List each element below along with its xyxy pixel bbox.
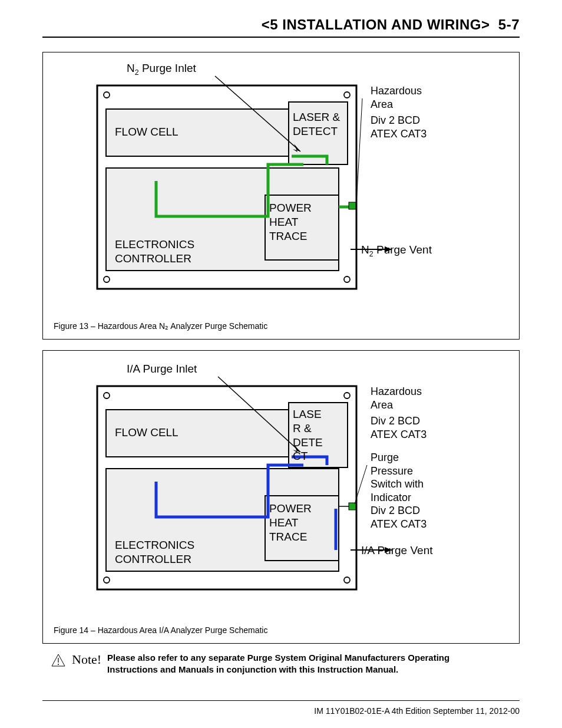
svg-point-20 [344, 577, 350, 583]
ia-purge-vent-label: I/A Purge Vent [361, 544, 432, 557]
svg-point-1 [104, 92, 110, 98]
svg-point-17 [104, 393, 110, 398]
svg-point-35 [58, 664, 59, 665]
figure-13-diagram: N2 Purge Inlet Hazardous Area Div 2 BCD … [56, 63, 511, 311]
flow-cell-label: FLOW CELL [115, 125, 178, 139]
purge-switch-label: Purge Pressure Switch with Indicator Div… [371, 451, 427, 531]
power-heat-trace-label: POWER HEAT TRACE [269, 201, 312, 243]
figure-13-frame: N2 Purge Inlet Hazardous Area Div 2 BCD … [42, 52, 520, 340]
power-heat-trace-label-2: POWER HEAT TRACE [269, 502, 312, 543]
note-label: Note! [72, 652, 101, 667]
svg-point-3 [104, 276, 110, 282]
hazardous-area-label-2: Hazardous Area [371, 385, 422, 411]
svg-point-19 [104, 577, 110, 583]
hazardous-rating-label-2: Div 2 BCD ATEX CAT3 [371, 414, 427, 441]
figure-13-caption: Figure 13 – Hazardous Area N₂ Analyzer P… [43, 311, 519, 331]
figure-14-caption: Figure 14 – Hazardous Area I/A Analyzer … [43, 615, 519, 635]
note-block: Note! Please also refer to any separate … [51, 652, 520, 676]
ia-purge-inlet-label: I/A Purge Inlet [127, 363, 197, 375]
note-text: Please also refer to any separate Purge … [107, 652, 484, 676]
svg-rect-10 [349, 202, 356, 209]
electronics-controller-label-2: ELECTRONICS CONTROLLER [115, 538, 194, 566]
warning-icon [51, 653, 66, 667]
figure-14-frame: I/A Purge Inlet Hazardous Area Div 2 BCD… [42, 350, 520, 644]
hazardous-rating-label: Div 2 BCD ATEX CAT3 [371, 114, 427, 140]
hazardous-area-label: Hazardous Area [371, 84, 422, 111]
svg-point-4 [344, 276, 350, 282]
footer-rule [42, 700, 520, 701]
svg-point-18 [344, 393, 350, 398]
figure-14-diagram: I/A Purge Inlet Hazardous Area Div 2 BCD… [56, 361, 511, 615]
laser-detect-label-2: LASE R & DETE CT [293, 407, 323, 463]
n2-purge-inlet-label: N2 Purge Inlet [127, 62, 196, 77]
laser-detect-label: LASER & DETECT [293, 110, 340, 139]
section-header: <5 INSTALLATION AND WIRING> 5-7 [42, 17, 520, 38]
svg-point-2 [344, 92, 350, 98]
n2-purge-vent-label: N2 Purge Vent [361, 243, 432, 258]
flow-cell-label-2: FLOW CELL [115, 426, 178, 440]
electronics-controller-label: ELECTRONICS CONTROLLER [115, 238, 194, 266]
footer-text: IM 11Y01B02-01E-A 4th Edition September … [42, 706, 520, 716]
